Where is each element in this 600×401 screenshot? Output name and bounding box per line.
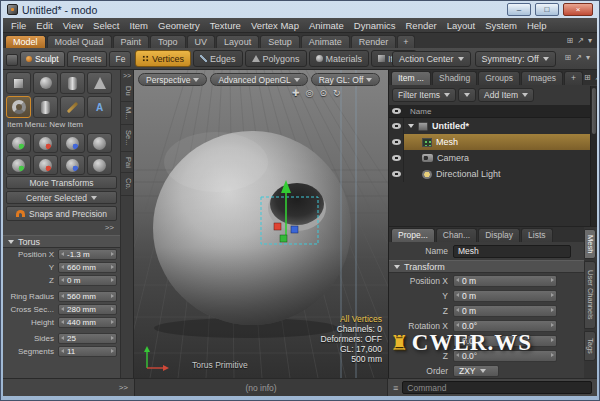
tab-materials[interactable]: Materials	[309, 50, 370, 67]
transform-tool-button[interactable]	[33, 133, 58, 153]
popout-icon[interactable]: ↗	[595, 72, 597, 84]
menu-dynamics[interactable]: Dynamics	[349, 20, 401, 31]
viewport-3d[interactable]: Perspective Advanced OpenGL Ray GL: Off …	[134, 70, 388, 378]
side-tab-mesh[interactable]: Mesh	[584, 229, 596, 259]
item-row-directional-light[interactable]: Directional Light	[389, 166, 597, 182]
layout-tab-uv[interactable]: UV	[187, 35, 216, 48]
reset-view-icon[interactable]: ↻	[333, 88, 341, 98]
menu-vertex-map[interactable]: Vertex Map	[246, 20, 304, 31]
item-position-y-field[interactable]: 0 m	[453, 290, 557, 302]
view-type-dropdown[interactable]: Perspective	[138, 73, 207, 86]
triangle-down-icon[interactable]	[408, 124, 414, 128]
expand-button[interactable]: >>	[123, 70, 131, 81]
menu-view[interactable]: View	[58, 20, 88, 31]
item-row-scene[interactable]: Untitled*	[389, 118, 597, 134]
transform-tool-button[interactable]	[33, 155, 58, 175]
titlebar[interactable]: Untitled* - modo – □ ×	[3, 1, 597, 18]
item-rotation-y-field[interactable]: 0.0°	[453, 335, 557, 347]
item-name[interactable]: Untitled*	[432, 121, 469, 131]
item-row-camera[interactable]: Camera	[389, 150, 597, 166]
menu-select[interactable]: Select	[88, 20, 124, 31]
layout-tab-animate[interactable]: Animate	[301, 35, 350, 48]
tool-text-button[interactable]: A	[87, 96, 112, 118]
order-dropdown[interactable]: ZXY	[453, 365, 499, 377]
expand-button[interactable]: >>	[119, 383, 128, 392]
vertical-tab-paint[interactable]: Pai	[121, 152, 133, 174]
tool-cube-button[interactable]	[6, 72, 31, 94]
layout-tab-render[interactable]: Render	[351, 35, 397, 48]
grid-layout-icon[interactable]: ⊞	[584, 72, 591, 84]
popout-icon[interactable]: ↗	[577, 35, 584, 47]
symmetry-dropdown[interactable]: Symmetry: Off	[475, 51, 556, 67]
torus-section-header[interactable]: Torus	[3, 235, 120, 248]
layout-tab-setup[interactable]: Setup	[260, 35, 300, 48]
tab-polygons[interactable]: Polygons	[245, 50, 307, 67]
filter-mode-dropdown[interactable]	[458, 88, 476, 102]
menu-help[interactable]: Help	[522, 20, 552, 31]
tab-groups[interactable]: Groups	[478, 71, 520, 85]
pan-icon[interactable]: ✚	[292, 88, 300, 98]
filter-items-dropdown[interactable]: Filter Items	[392, 88, 456, 102]
position-y-field[interactable]: 660 mm	[58, 262, 117, 273]
transform-tool-button[interactable]	[6, 133, 31, 153]
item-name[interactable]: Camera	[437, 153, 469, 163]
chevron-down-icon[interactable]: ▾	[588, 35, 592, 47]
tool-sphere-button[interactable]	[33, 72, 58, 94]
action-center-dropdown[interactable]: Action Center	[392, 51, 471, 67]
minimize-button[interactable]: –	[507, 3, 531, 16]
tab-fe[interactable]: Fe	[109, 51, 131, 67]
vertical-tab-color[interactable]: Co.	[121, 173, 133, 196]
side-tab-user-channels[interactable]: User Channels	[584, 261, 596, 329]
tab-vertices[interactable]: Vertices	[135, 50, 191, 67]
raygl-dropdown[interactable]: Ray GL: Off	[311, 73, 381, 86]
menu-render[interactable]: Render	[401, 20, 442, 31]
layout-tab-topo[interactable]: Topo	[150, 35, 186, 48]
layout-tab-layout[interactable]: Layout	[216, 35, 259, 48]
menu-item[interactable]: Item	[125, 20, 153, 31]
item-position-x-field[interactable]: 0 m	[453, 275, 557, 287]
tool-cylinder-button[interactable]	[60, 72, 85, 94]
layout-tab-paint[interactable]: Paint	[113, 35, 150, 48]
tool-palette-icon[interactable]	[6, 54, 18, 66]
cross-section-field[interactable]: 280 mm	[58, 304, 117, 315]
layout-tab-model[interactable]: Model	[5, 35, 46, 48]
renderer-dropdown[interactable]: Advanced OpenGL	[210, 73, 307, 86]
sides-field[interactable]: 25	[58, 333, 117, 344]
close-button[interactable]: ×	[563, 3, 593, 16]
chevron-down-icon[interactable]: ▾	[586, 52, 590, 64]
tab-shading[interactable]: Shading	[432, 71, 477, 85]
menu-file[interactable]: File	[6, 20, 31, 31]
menu-layout[interactable]: Layout	[442, 20, 481, 31]
transform-tool-button[interactable]	[60, 133, 85, 153]
item-name[interactable]: Mesh	[436, 137, 458, 147]
tab-display[interactable]: Display	[478, 228, 520, 242]
tab-images[interactable]: Images	[521, 71, 563, 85]
tab-edges[interactable]: Edges	[193, 50, 243, 67]
zoom-icon[interactable]: ⊙	[319, 88, 327, 98]
item-list-scrollbar[interactable]	[590, 86, 597, 226]
position-x-field[interactable]: -1.3 m	[58, 249, 117, 260]
menu-edit[interactable]: Edit	[31, 20, 57, 31]
tab-properties[interactable]: Prope...	[391, 228, 435, 242]
item-name[interactable]: Directional Light	[436, 169, 501, 179]
snaps-precision-button[interactable]: Snaps and Precision	[6, 206, 117, 221]
visibility-toggle[interactable]	[389, 118, 404, 134]
add-item-dropdown[interactable]: Add Item	[478, 88, 534, 102]
ring-radius-field[interactable]: 560 mm	[58, 291, 117, 302]
menu-system[interactable]: System	[480, 20, 522, 31]
vertical-tab-setup[interactable]: Se...	[121, 125, 133, 151]
vertical-tab-mesh-edit[interactable]: M...	[121, 102, 133, 126]
side-tab-tags[interactable]: Tags	[584, 331, 596, 361]
tab-item-list[interactable]: Item ...	[391, 71, 431, 85]
vertical-tab-duplicate[interactable]: Du	[121, 81, 133, 102]
visibility-toggle[interactable]	[389, 134, 404, 150]
scrollbar-thumb[interactable]	[592, 88, 596, 134]
segments-field[interactable]: 11	[58, 346, 117, 357]
tab-presets[interactable]: Presets	[67, 51, 108, 67]
menu-geometry[interactable]: Geometry	[153, 20, 205, 31]
visibility-toggle[interactable]	[389, 166, 404, 182]
transform-tool-button[interactable]	[87, 133, 112, 153]
tab-lists[interactable]: Lists	[521, 228, 552, 242]
item-name-field[interactable]: Mesh	[453, 245, 571, 258]
tool-torus-button[interactable]	[6, 96, 31, 118]
